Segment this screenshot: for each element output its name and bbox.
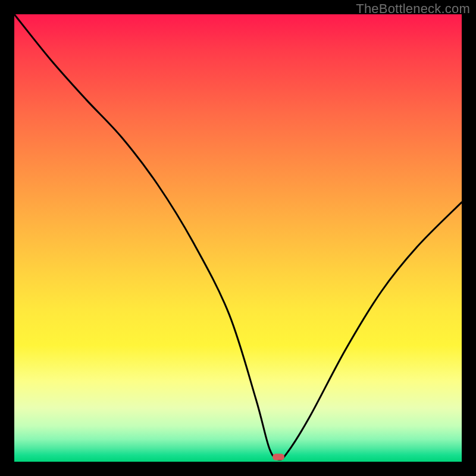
- chart-frame: TheBottleneck.com: [0, 0, 476, 476]
- plot-area: [14, 14, 462, 462]
- optimal-marker: [273, 454, 284, 461]
- bottleneck-curve: [14, 14, 462, 462]
- watermark-text: TheBottleneck.com: [356, 1, 470, 17]
